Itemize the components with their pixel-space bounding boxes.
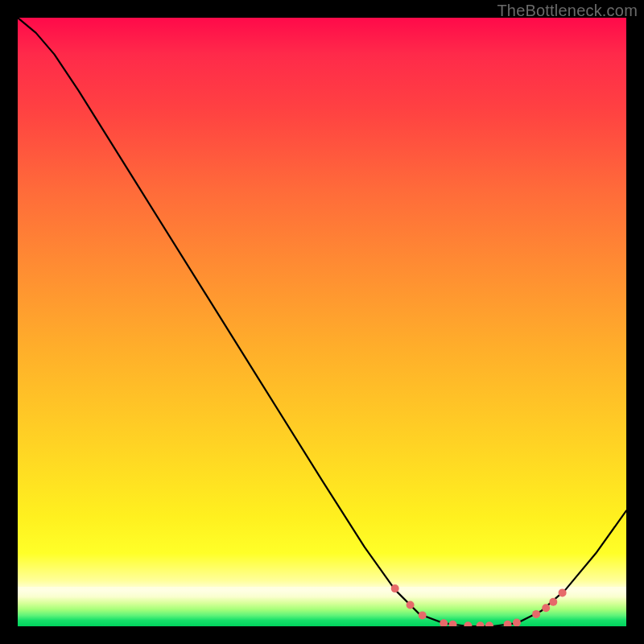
- chart-markers: [391, 584, 567, 626]
- chart-marker: [559, 588, 567, 597]
- chart-marker: [549, 598, 557, 606]
- chart-marker: [391, 584, 399, 592]
- chart-curve: [18, 18, 626, 626]
- chart-marker: [532, 610, 540, 618]
- chart-overlay: [18, 18, 626, 626]
- chart-marker: [542, 604, 550, 612]
- chart-marker: [485, 621, 493, 626]
- watermark-text: TheBottleneck.com: [497, 2, 638, 20]
- chart-marker: [464, 621, 472, 626]
- chart-marker: [419, 611, 427, 619]
- chart-marker: [440, 619, 448, 626]
- chart-marker: [449, 621, 457, 626]
- chart-marker: [477, 621, 485, 626]
- chart-frame: TheBottleneck.com: [0, 0, 644, 644]
- chart-marker: [407, 601, 415, 609]
- plot-area: [18, 18, 626, 626]
- chart-marker: [504, 621, 512, 626]
- chart-marker: [513, 619, 521, 627]
